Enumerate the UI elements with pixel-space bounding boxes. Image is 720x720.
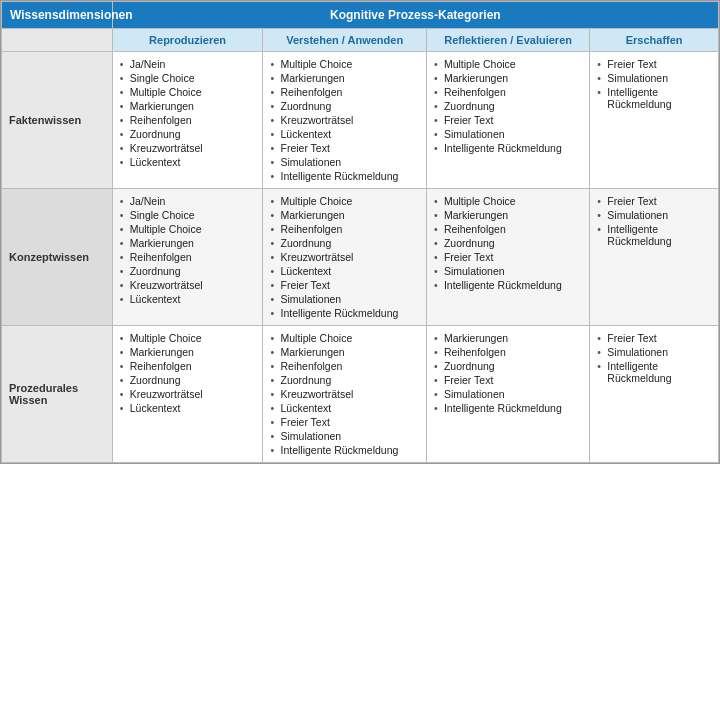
list-item: Single Choice (120, 208, 256, 222)
row-label-prozedurales-wissen: Prozedurales Wissen (2, 326, 113, 463)
list-item: Zuordnung (120, 127, 256, 141)
list-item: Simulationen (270, 292, 418, 306)
kognitive-prozess-table: Wissensdimensionen Kognitive Prozess-Kat… (1, 1, 719, 463)
list-item: Freier Text (434, 250, 582, 264)
list-item: Reihenfolgen (270, 222, 418, 236)
list-item: Markierungen (120, 345, 256, 359)
list-item: Intelligente Rückmeldung (434, 278, 582, 292)
cell-reproduzieren: Ja/NeinSingle ChoiceMultiple ChoiceMarki… (112, 52, 263, 189)
wissen-header: Wissensdimensionen (2, 2, 113, 29)
list-item: Reihenfolgen (434, 222, 582, 236)
cell-verstehen: Multiple ChoiceMarkierungenReihenfolgenZ… (263, 326, 426, 463)
list-item: Markierungen (270, 71, 418, 85)
list-item: Reihenfolgen (270, 359, 418, 373)
header-row-2: Reproduzieren Verstehen / Anwenden Refle… (2, 29, 719, 52)
list-item: Markierungen (434, 331, 582, 345)
list-item: Simulationen (270, 429, 418, 443)
list-item: Freier Text (434, 113, 582, 127)
cell-reflektieren: Multiple ChoiceMarkierungenReihenfolgenZ… (426, 52, 589, 189)
list-item: Simulationen (270, 155, 418, 169)
list-item: Reihenfolgen (434, 345, 582, 359)
list-item: Multiple Choice (120, 222, 256, 236)
list-item: Multiple Choice (270, 331, 418, 345)
list-item: Zuordnung (120, 264, 256, 278)
cell-reproduzieren: Ja/NeinSingle ChoiceMultiple ChoiceMarki… (112, 189, 263, 326)
col-header-reflektieren: Reflektieren / Evaluieren (426, 29, 589, 52)
list-item: Kreuzworträtsel (270, 250, 418, 264)
list-item: Multiple Choice (270, 194, 418, 208)
cell-verstehen: Multiple ChoiceMarkierungenReihenfolgenZ… (263, 52, 426, 189)
row-label-faktenwissen: Faktenwissen (2, 52, 113, 189)
list-item: Intelligente Rückmeldung (270, 443, 418, 457)
list-item: Simulationen (597, 345, 711, 359)
list-item: Multiple Choice (434, 194, 582, 208)
list-item: Lückentext (270, 401, 418, 415)
list-item: Zuordnung (434, 236, 582, 250)
list-item: Kreuzworträtsel (120, 141, 256, 155)
list-item: Zuordnung (270, 99, 418, 113)
list-item: Lückentext (120, 155, 256, 169)
list-item: Intelligente Rückmeldung (270, 306, 418, 320)
list-item: Intelligente Rückmeldung (597, 222, 711, 248)
list-item: Freier Text (597, 194, 711, 208)
list-item: Kreuzworträtsel (120, 278, 256, 292)
list-item: Reihenfolgen (270, 85, 418, 99)
list-item: Multiple Choice (270, 57, 418, 71)
list-item: Lückentext (270, 264, 418, 278)
table-row: FaktenwissenJa/NeinSingle ChoiceMultiple… (2, 52, 719, 189)
row-label-konzeptwissen: Konzeptwissen (2, 189, 113, 326)
list-item: Simulationen (434, 127, 582, 141)
list-item: Lückentext (120, 401, 256, 415)
list-item: Zuordnung (270, 236, 418, 250)
list-item: Simulationen (434, 387, 582, 401)
cell-verstehen: Multiple ChoiceMarkierungenReihenfolgenZ… (263, 189, 426, 326)
list-item: Intelligente Rückmeldung (434, 141, 582, 155)
cell-reproduzieren: Multiple ChoiceMarkierungenReihenfolgenZ… (112, 326, 263, 463)
list-item: Kreuzworträtsel (270, 387, 418, 401)
list-item: Zuordnung (434, 359, 582, 373)
list-item: Markierungen (270, 345, 418, 359)
cell-erschaffen: Freier TextSimulationenIntelligente Rück… (590, 189, 719, 326)
cell-reflektieren: Multiple ChoiceMarkierungenReihenfolgenZ… (426, 189, 589, 326)
list-item: Reihenfolgen (120, 113, 256, 127)
list-item: Reihenfolgen (434, 85, 582, 99)
list-item: Ja/Nein (120, 57, 256, 71)
list-item: Zuordnung (120, 373, 256, 387)
col-header-reproduzieren: Reproduzieren (112, 29, 263, 52)
list-item: Intelligente Rückmeldung (597, 85, 711, 111)
table-row: Prozedurales WissenMultiple ChoiceMarkie… (2, 326, 719, 463)
list-item: Freier Text (597, 331, 711, 345)
list-item: Multiple Choice (120, 85, 256, 99)
list-item: Multiple Choice (120, 331, 256, 345)
col-header-erschaffen: Erschaffen (590, 29, 719, 52)
header-row-1: Wissensdimensionen Kognitive Prozess-Kat… (2, 2, 719, 29)
list-item: Single Choice (120, 71, 256, 85)
kognitive-header: Kognitive Prozess-Kategorien (112, 2, 718, 29)
cell-erschaffen: Freier TextSimulationenIntelligente Rück… (590, 326, 719, 463)
list-item: Simulationen (597, 71, 711, 85)
list-item: Lückentext (120, 292, 256, 306)
cell-reflektieren: MarkierungenReihenfolgenZuordnungFreier … (426, 326, 589, 463)
list-item: Multiple Choice (434, 57, 582, 71)
list-item: Freier Text (270, 278, 418, 292)
list-item: Markierungen (120, 99, 256, 113)
list-item: Reihenfolgen (120, 250, 256, 264)
list-item: Simulationen (434, 264, 582, 278)
list-item: Zuordnung (270, 373, 418, 387)
list-item: Freier Text (270, 141, 418, 155)
table-row: KonzeptwissenJa/NeinSingle ChoiceMultipl… (2, 189, 719, 326)
list-item: Markierungen (120, 236, 256, 250)
list-item: Lückentext (270, 127, 418, 141)
list-item: Intelligente Rückmeldung (597, 359, 711, 385)
list-item: Freier Text (597, 57, 711, 71)
list-item: Ja/Nein (120, 194, 256, 208)
list-item: Freier Text (270, 415, 418, 429)
list-item: Kreuzworträtsel (120, 387, 256, 401)
list-item: Kreuzworträtsel (270, 113, 418, 127)
list-item: Markierungen (270, 208, 418, 222)
col-header-verstehen: Verstehen / Anwenden (263, 29, 426, 52)
main-table-wrapper: Wissensdimensionen Kognitive Prozess-Kat… (0, 0, 720, 464)
list-item: Zuordnung (434, 99, 582, 113)
list-item: Simulationen (597, 208, 711, 222)
list-item: Freier Text (434, 373, 582, 387)
